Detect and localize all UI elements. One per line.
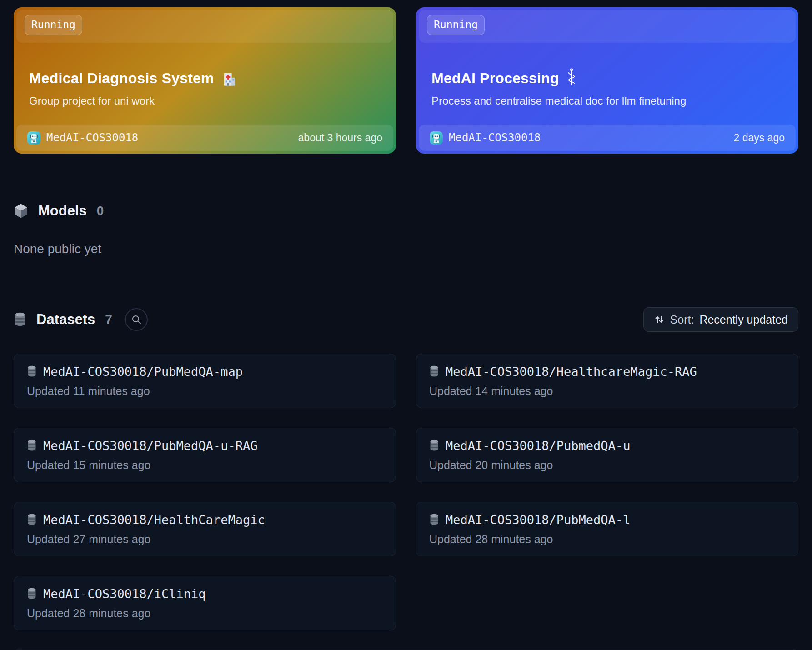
- dataset-card[interactable]: MedAI-COS30018/PubmedQA-u Updated 20 min…: [416, 428, 798, 482]
- dataset-name: MedAI-COS30018/HealthcareMagic-RAG: [446, 365, 697, 379]
- space-card-footer: MedAI-COS30018 about 3 hours ago: [16, 125, 393, 151]
- dataset-database-icon: [429, 514, 439, 525]
- dataset-database-icon: [27, 365, 37, 377]
- org-profile-page: Running Medical Diagnosis System Group p…: [0, 0, 812, 650]
- dataset-name: MedAI-COS30018/iCliniq: [43, 587, 206, 601]
- dataset-name-row: MedAI-COS30018/PubMedQA-l: [429, 513, 785, 527]
- space-title-row: Medical Diagnosis System: [29, 70, 237, 87]
- space-title: MedAI Processing: [431, 70, 559, 87]
- org-name: MedAI-COS30018: [449, 131, 541, 144]
- spaces-grid: Running Medical Diagnosis System Group p…: [14, 7, 798, 154]
- space-title-row: MedAI Processing: [431, 70, 577, 87]
- sort-label: Sort:: [670, 313, 694, 326]
- dataset-name-row: MedAI-COS30018/PubMedQA-map: [27, 365, 383, 379]
- models-section-heading: Models 0: [14, 203, 798, 219]
- models-empty-message: None public yet: [14, 242, 798, 256]
- datasets-grid: MedAI-COS30018/PubMedQA-map Updated 11 m…: [14, 354, 798, 630]
- space-card-medical-diagnosis[interactable]: Running Medical Diagnosis System Group p…: [14, 7, 396, 154]
- space-description: Group project for uni work: [29, 95, 155, 107]
- datasets-database-icon: [14, 312, 26, 327]
- dataset-updated: Updated 14 minutes ago: [429, 385, 785, 398]
- dataset-card[interactable]: MedAI-COS30018/iCliniq Updated 28 minute…: [14, 576, 396, 630]
- dataset-name-row: MedAI-COS30018/HealthcareMagic-RAG: [429, 365, 785, 379]
- dataset-updated: Updated 15 minutes ago: [27, 459, 383, 472]
- space-title: Medical Diagnosis System: [29, 70, 214, 87]
- dataset-name-row: MedAI-COS30018/PubMedQA-u-RAG: [27, 439, 383, 453]
- models-title: Models: [38, 203, 87, 219]
- dataset-database-icon: [27, 514, 37, 525]
- sort-arrows-icon: [654, 314, 665, 325]
- dataset-card[interactable]: MedAI-COS30018/PubMedQA-map Updated 11 m…: [14, 354, 396, 408]
- dataset-updated: Updated 28 minutes ago: [429, 533, 785, 546]
- dataset-updated: Updated 11 minutes ago: [27, 385, 383, 398]
- dataset-database-icon: [27, 588, 37, 600]
- dataset-updated: Updated 27 minutes ago: [27, 533, 383, 546]
- dataset-database-icon: [429, 440, 439, 451]
- dataset-name-row: MedAI-COS30018/HealthCareMagic: [27, 513, 383, 527]
- sort-selected-value: Recently updated: [699, 313, 788, 326]
- models-count: 0: [97, 204, 104, 218]
- sort-button[interactable]: Sort: Recently updated: [643, 307, 798, 332]
- space-updated-time: about 3 hours ago: [298, 132, 382, 144]
- dataset-card[interactable]: MedAI-COS30018/PubMedQA-l Updated 28 min…: [416, 502, 798, 556]
- status-badge: Running: [25, 15, 82, 35]
- space-card-medai-processing[interactable]: Running MedAI Processing Process and cen…: [416, 7, 798, 154]
- dataset-database-icon: [27, 440, 37, 451]
- space-updated-time: 2 days ago: [733, 132, 785, 144]
- datasets-heading-left: Datasets 7: [14, 311, 112, 328]
- dataset-updated: Updated 28 minutes ago: [27, 607, 383, 620]
- search-icon: [131, 315, 141, 325]
- dataset-name: MedAI-COS30018/PubMedQA-u-RAG: [43, 439, 257, 453]
- datasets-search-button[interactable]: [125, 308, 148, 331]
- space-description: Process and centralise medical doc for l…: [431, 95, 686, 107]
- dataset-name-row: MedAI-COS30018/PubmedQA-u: [429, 439, 785, 453]
- org-name: MedAI-COS30018: [46, 131, 138, 144]
- models-cube-icon: [14, 203, 28, 219]
- org-avatar: [430, 131, 443, 145]
- dataset-updated: Updated 20 minutes ago: [429, 459, 785, 472]
- dataset-name: MedAI-COS30018/PubmedQA-u: [446, 439, 630, 453]
- dataset-card[interactable]: MedAI-COS30018/HealthCareMagic Updated 2…: [14, 502, 396, 556]
- status-badge: Running: [427, 15, 485, 35]
- hospital-emoji-icon: [221, 70, 237, 87]
- org-avatar: [27, 131, 40, 145]
- datasets-section-heading: Datasets 7 Sort: Recently updated: [14, 307, 798, 332]
- dataset-name-row: MedAI-COS30018/iCliniq: [27, 587, 383, 601]
- dataset-card[interactable]: MedAI-COS30018/PubMedQA-u-RAG Updated 15…: [14, 428, 396, 482]
- space-card-footer: MedAI-COS30018 2 days ago: [419, 125, 796, 151]
- medical-symbol-emoji-icon: [566, 68, 577, 86]
- dataset-name: MedAI-COS30018/PubMedQA-map: [43, 365, 243, 379]
- datasets-count: 7: [105, 312, 112, 327]
- dataset-database-icon: [429, 365, 439, 377]
- dataset-name: MedAI-COS30018/HealthCareMagic: [43, 513, 265, 527]
- datasets-title: Datasets: [36, 311, 95, 328]
- dataset-name: MedAI-COS30018/PubMedQA-l: [446, 513, 630, 527]
- dataset-card[interactable]: MedAI-COS30018/HealthcareMagic-RAG Updat…: [416, 354, 798, 408]
